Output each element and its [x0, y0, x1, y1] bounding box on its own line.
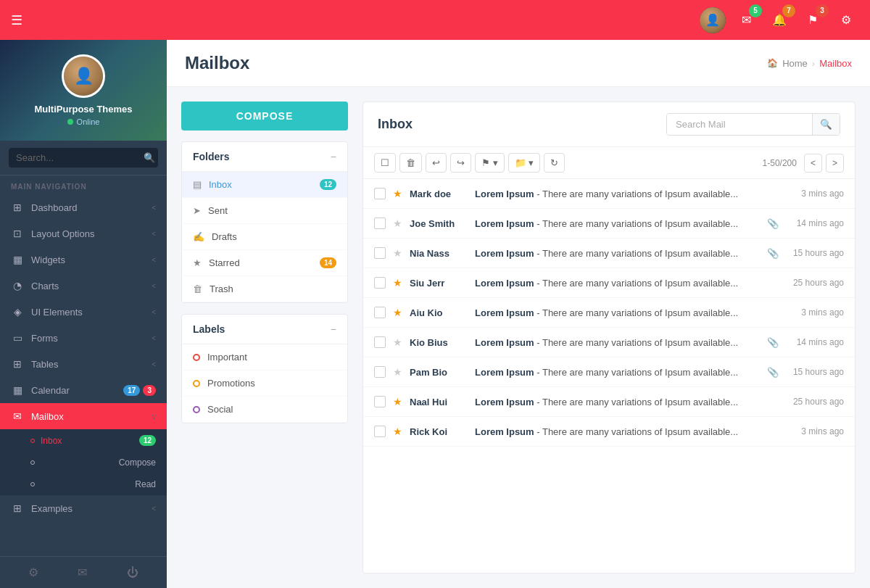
search-icon[interactable]: 🔍: [144, 152, 155, 163]
folder-starred-label: Starred: [209, 257, 240, 268]
email-checkbox[interactable]: [374, 396, 386, 407]
breadcrumb-home[interactable]: Home: [782, 58, 808, 69]
settings-icon-button[interactable]: ⚙: [833, 7, 859, 33]
email-row[interactable]: ★ Naal Hui Lorem Ipsum - There are many …: [363, 387, 855, 417]
widgets-icon: ▦: [11, 254, 24, 265]
email-sender: Joe Smith: [410, 218, 468, 229]
star-icon[interactable]: ★: [393, 247, 402, 259]
page-info: 1-50/200: [763, 158, 797, 168]
sidebar-item-layout[interactable]: ⊡ Layout Options <: [0, 220, 167, 247]
folder-item-trash[interactable]: 🗑 Trash: [182, 276, 347, 302]
labels-card: Labels − Important Promotions Social: [181, 314, 348, 423]
star-icon[interactable]: ★: [393, 188, 402, 199]
settings-footer-icon[interactable]: ⚙: [28, 566, 38, 579]
compose-button[interactable]: Compose: [181, 102, 348, 131]
label-dot-social: [193, 406, 200, 413]
label-dot-promotions: [193, 380, 200, 387]
chevron-left-icon: <: [152, 230, 156, 238]
topbar: ☰ 👤 ✉ 5 🔔 7 ⚑ 3 ⚙: [0, 0, 870, 40]
sidebar-item-calendar[interactable]: ▦ Calendar 17 3: [0, 377, 167, 403]
email-time: 3 mins ago: [786, 307, 844, 318]
label-item-promotions[interactable]: Promotions: [182, 370, 347, 397]
sidebar-item-forms[interactable]: ▭ Forms <: [0, 325, 167, 351]
email-checkbox[interactable]: [374, 188, 386, 199]
email-checkbox[interactable]: [374, 426, 386, 437]
folder-item-inbox[interactable]: ▤ Inbox 12: [182, 172, 347, 198]
star-icon[interactable]: ★: [393, 277, 402, 289]
labels-collapse-icon[interactable]: −: [331, 323, 336, 335]
next-page-button[interactable]: >: [826, 154, 844, 173]
delete-button[interactable]: 🗑: [399, 153, 422, 173]
sidebar-item-mailbox[interactable]: ✉ Mailbox v: [0, 403, 167, 429]
reply-button[interactable]: ↩: [426, 153, 447, 173]
sidebar-item-charts[interactable]: ◔ Charts <: [0, 273, 167, 299]
attachment-icon: 📎: [767, 337, 779, 348]
chevron-left-icon: <: [152, 204, 156, 212]
sidebar-sub-inbox[interactable]: Inbox 12: [0, 429, 167, 452]
label-item-social[interactable]: Social: [182, 397, 347, 423]
nav-item-calendar-left: ▦ Calendar: [11, 384, 70, 396]
flag-icon-button[interactable]: ⚑ 3: [800, 7, 826, 33]
email-row[interactable]: ★ Pam Bio Lorem Ipsum - There are many v…: [363, 357, 855, 387]
mail-footer-icon[interactable]: ✉: [78, 566, 87, 579]
nav-label: MAIN NAVIGATION: [0, 175, 167, 194]
star-icon[interactable]: ★: [393, 366, 402, 378]
sidebar-item-tables[interactable]: ⊞ Tables <: [0, 351, 167, 377]
folder-item-starred[interactable]: ★ Starred 14: [182, 250, 347, 276]
hamburger-icon[interactable]: ☰: [11, 12, 22, 28]
prev-page-button[interactable]: <: [804, 154, 822, 173]
star-icon[interactable]: ★: [393, 396, 402, 407]
bell-icon-button[interactable]: 🔔 7: [766, 7, 792, 33]
avatar-button[interactable]: 👤: [700, 7, 726, 33]
folder-item-sent[interactable]: ➤ Sent: [182, 198, 347, 224]
mail-icon-button[interactable]: ✉ 5: [733, 7, 759, 33]
refresh-button[interactable]: ↻: [544, 153, 565, 173]
forward-button[interactable]: ↪: [450, 153, 471, 173]
email-sender: Nia Nass: [410, 248, 468, 259]
email-row[interactable]: ★ Aiu Kio Lorem Ipsum - There are many v…: [363, 298, 855, 328]
inbox-search-input[interactable]: [667, 114, 812, 135]
email-checkbox[interactable]: [374, 218, 386, 229]
folders-collapse-icon[interactable]: −: [331, 151, 336, 162]
email-checkbox[interactable]: [374, 336, 386, 348]
sub-inbox-label: Inbox: [41, 436, 62, 446]
sidebar-item-widgets[interactable]: ▦ Widgets <: [0, 247, 167, 273]
sub-inbox-left: Inbox: [30, 436, 62, 446]
flag-toolbar-button[interactable]: ⚑ ▾: [475, 153, 505, 173]
email-row[interactable]: ★ Joe Smith Lorem Ipsum - There are many…: [363, 209, 855, 239]
folder-sent-left: ➤ Sent: [193, 205, 228, 216]
label-social-text: Social: [207, 404, 233, 415]
sidebar-item-dashboard[interactable]: ⊞ Dashboard <: [0, 194, 167, 220]
email-row[interactable]: ★ Nia Nass Lorem Ipsum - There are many …: [363, 239, 855, 268]
select-all-button[interactable]: ☐: [374, 153, 396, 173]
email-row[interactable]: ★ Mark doe Lorem Ipsum - There are many …: [363, 179, 855, 209]
folder-starred-left: ★ Starred: [193, 257, 240, 268]
star-icon[interactable]: ★: [393, 336, 402, 348]
email-checkbox[interactable]: [374, 277, 386, 289]
email-row[interactable]: ★ Kio Bius Lorem Ipsum - There are many …: [363, 328, 855, 357]
star-icon[interactable]: ★: [393, 426, 402, 437]
chevron-left-icon: <: [152, 256, 156, 264]
sidebar-sub-compose[interactable]: Compose: [0, 452, 167, 473]
email-checkbox[interactable]: [374, 247, 386, 259]
email-row[interactable]: ★ Siu Jerr Lorem Ipsum - There are many …: [363, 268, 855, 298]
sidebar-item-examples[interactable]: ⊞ Examples <: [0, 495, 167, 521]
email-time: 25 hours ago: [786, 397, 844, 407]
email-row[interactable]: ★ Rick Koi Lorem Ipsum - There are many …: [363, 417, 855, 447]
power-footer-icon[interactable]: ⏻: [127, 566, 138, 579]
email-time: 15 hours ago: [786, 248, 844, 258]
breadcrumb-current: Mailbox: [819, 58, 852, 69]
sidebar-sub-read[interactable]: Read: [0, 473, 167, 495]
labels-header: Labels −: [182, 315, 347, 344]
email-checkbox[interactable]: [374, 366, 386, 378]
folder-toolbar-button[interactable]: 📁 ▾: [508, 153, 541, 173]
label-item-important[interactable]: Important: [182, 344, 347, 370]
folder-item-drafts[interactable]: ✍ Drafts: [182, 224, 347, 250]
star-icon[interactable]: ★: [393, 307, 402, 318]
sidebar-item-ui[interactable]: ◈ UI Elements <: [0, 299, 167, 325]
email-checkbox[interactable]: [374, 307, 386, 318]
avatar-image: 👤: [64, 57, 103, 96]
inbox-search-button[interactable]: 🔍: [812, 114, 840, 135]
sidebar-search-input[interactable]: [16, 152, 138, 163]
star-icon[interactable]: ★: [393, 218, 402, 229]
